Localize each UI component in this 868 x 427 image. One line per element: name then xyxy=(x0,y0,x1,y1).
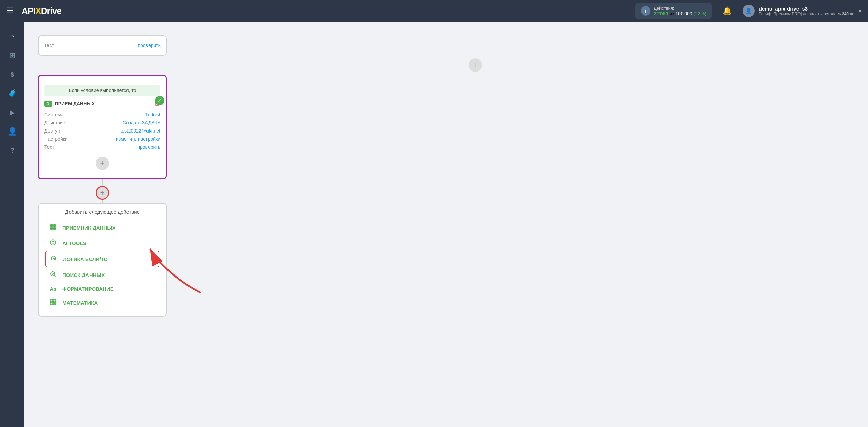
user-section[interactable]: 👤 demo_apix-drive_s3 Тариф |Премиум PRO|… xyxy=(743,5,861,17)
add-action-plus-btn[interactable]: + xyxy=(96,186,109,200)
actions-label: Действия: xyxy=(654,6,706,11)
user-avatar: 👤 xyxy=(743,5,755,17)
logo-x: X xyxy=(35,6,41,16)
receiver-value-test[interactable]: проверить xyxy=(137,144,160,150)
actions-box: i Действия: 22'050 из 100'000 (22%) xyxy=(635,3,712,19)
svg-rect-15 xyxy=(53,299,56,302)
svg-rect-2 xyxy=(50,227,53,230)
menu-item-receiver[interactable]: ПРИЕМНИК ДАННЫХ xyxy=(45,220,159,236)
connector-line-bottom xyxy=(102,200,103,203)
main-layout: ⌂ ⊞ $ 🧳 ▶ 👤 ? Тест проверить + xyxy=(0,22,868,427)
actions-count: 22'050 из 100'000 (22%) xyxy=(654,11,706,16)
add-action-card: Добавить следующее действие ПРИЕМНИК ДАН… xyxy=(38,203,167,317)
receiver-label-access: Доступ xyxy=(44,128,72,134)
menu-label-math: МАТЕМАТИКА xyxy=(62,300,98,306)
receiver-label-test: Тест xyxy=(44,144,72,150)
search-data-icon xyxy=(48,271,58,279)
receiver-row-access: Доступ test20022@ukr.net xyxy=(44,127,160,135)
content-area: Тест проверить + Если условие выполняетс… xyxy=(24,22,868,427)
condition-text: Если условие выполняется, то xyxy=(69,88,136,93)
receiver-row-test: Тест проверить xyxy=(44,143,160,151)
math-icon xyxy=(48,299,58,307)
info-icon: i xyxy=(641,6,650,16)
receiver-value-settings[interactable]: изменить настройки xyxy=(116,136,160,142)
hamburger-menu[interactable]: ☰ xyxy=(7,6,14,15)
menu-item-format[interactable]: Aa ФОРМАТИРОВАНИЕ xyxy=(45,283,159,295)
logo-drive: Drive xyxy=(41,6,61,16)
purple-card: Если условие выполняется, то ✓ 1 ПРИЕМ Д… xyxy=(38,75,167,179)
svg-rect-0 xyxy=(50,224,53,227)
logo: APIXDrive xyxy=(22,6,61,16)
menu-label-receiver: ПРИЕМНИК ДАННЫХ xyxy=(62,225,116,231)
add-action-title: Добавить следующее действие xyxy=(45,209,159,215)
receiver-value-system[interactable]: Todoist xyxy=(145,112,160,117)
sidebar-item-grid[interactable]: ⊞ xyxy=(4,47,20,64)
logo-text: APIXDrive xyxy=(22,6,61,16)
receiver-value-access[interactable]: test20022@ukr.net xyxy=(120,128,160,134)
menu-label-logic: ЛОГИКА ЕСЛИ/ТО xyxy=(63,256,108,262)
sidebar-item-help[interactable]: ? xyxy=(4,142,20,159)
menu-label-format: ФОРМАТИРОВАНИЕ xyxy=(62,286,114,292)
ai-tools-icon xyxy=(48,239,58,247)
receiver-label-settings: Настройки xyxy=(44,136,72,142)
add-step-btn-inside[interactable]: + xyxy=(96,157,109,170)
menu-item-ai-tools[interactable]: AI TOOLS xyxy=(45,236,159,251)
actions-total: 100'000 xyxy=(675,11,692,16)
top-card-test-label: Тест xyxy=(44,43,71,48)
svg-point-11 xyxy=(51,272,55,276)
add-step-btn-top[interactable]: + xyxy=(469,58,482,72)
menu-item-math[interactable]: МАТЕМАТИКА xyxy=(45,295,159,310)
sidebar-item-home[interactable]: ⌂ xyxy=(4,28,20,45)
receiver-title: ПРИЕМ ДАННЫХ xyxy=(55,101,95,106)
receiver-icon xyxy=(48,224,58,232)
receiver-row-settings: Настройки изменить настройки xyxy=(44,135,160,143)
receiver-row-system: Система Todoist xyxy=(44,110,160,119)
sidebar-item-media[interactable]: ▶ xyxy=(4,104,20,121)
menu-label-search: ПОИСК ДАННЫХ xyxy=(62,272,105,278)
receiver-label-system: Система xyxy=(44,112,72,117)
top-card-test-row: Тест проверить xyxy=(44,41,161,49)
svg-rect-14 xyxy=(50,299,53,302)
top-header: ☰ APIXDrive i Действия: 22'050 из 100'00… xyxy=(0,0,868,22)
menu-item-logic[interactable]: ЛОГИКА ЕСЛИ/ТО xyxy=(45,251,159,267)
chevron-down-icon: ▾ xyxy=(859,8,861,14)
sidebar: ⌂ ⊞ $ 🧳 ▶ 👤 ? xyxy=(0,22,24,427)
user-tariff: Тариф |Премиум PRO| до оплаты осталось 2… xyxy=(759,12,854,16)
flow-canvas: Тест проверить + Если условие выполняетс… xyxy=(38,35,854,317)
menu-label-ai-tools: AI TOOLS xyxy=(62,240,86,246)
user-name: demo_apix-drive_s3 xyxy=(759,6,854,12)
svg-line-12 xyxy=(54,276,56,277)
logo-api: API xyxy=(22,6,35,16)
actions-separator: из xyxy=(669,11,675,16)
sidebar-item-integrations[interactable]: 🧳 xyxy=(4,85,20,102)
receiver-value-action[interactable]: Создать ЗАДАЧУ xyxy=(123,120,160,125)
connector-line-top xyxy=(102,179,103,186)
svg-point-5 xyxy=(52,241,54,243)
sidebar-item-billing[interactable]: $ xyxy=(4,66,20,83)
logic-icon xyxy=(49,255,58,263)
actions-percent: (22%) xyxy=(693,11,706,16)
receiver-badge: 1 xyxy=(44,101,52,107)
receiver-header: 1 ПРИЕМ ДАННЫХ 🗑 xyxy=(44,100,160,107)
format-icon: Aa xyxy=(48,286,58,292)
top-card: Тест проверить xyxy=(38,35,167,56)
actions-text: Действия: 22'050 из 100'000 (22%) xyxy=(654,6,706,16)
svg-point-13 xyxy=(52,273,53,274)
sidebar-item-profile[interactable]: 👤 xyxy=(4,123,20,140)
user-info: demo_apix-drive_s3 Тариф |Премиум PRO| д… xyxy=(759,6,854,16)
top-card-test-value[interactable]: проверить xyxy=(138,43,161,48)
svg-rect-16 xyxy=(50,302,53,305)
menu-item-search[interactable]: ПОИСК ДАННЫХ xyxy=(45,267,159,283)
condition-box: Если условие выполняется, то xyxy=(44,85,160,96)
receiver-row-action: Действие Создать ЗАДАЧУ xyxy=(44,119,160,127)
svg-rect-1 xyxy=(53,224,56,227)
actions-current: 22'050 xyxy=(654,11,668,16)
check-badge: ✓ xyxy=(155,96,164,105)
bell-icon[interactable]: 🔔 xyxy=(723,6,732,15)
svg-rect-3 xyxy=(53,227,56,230)
receiver-label-action: Действие xyxy=(44,120,72,125)
